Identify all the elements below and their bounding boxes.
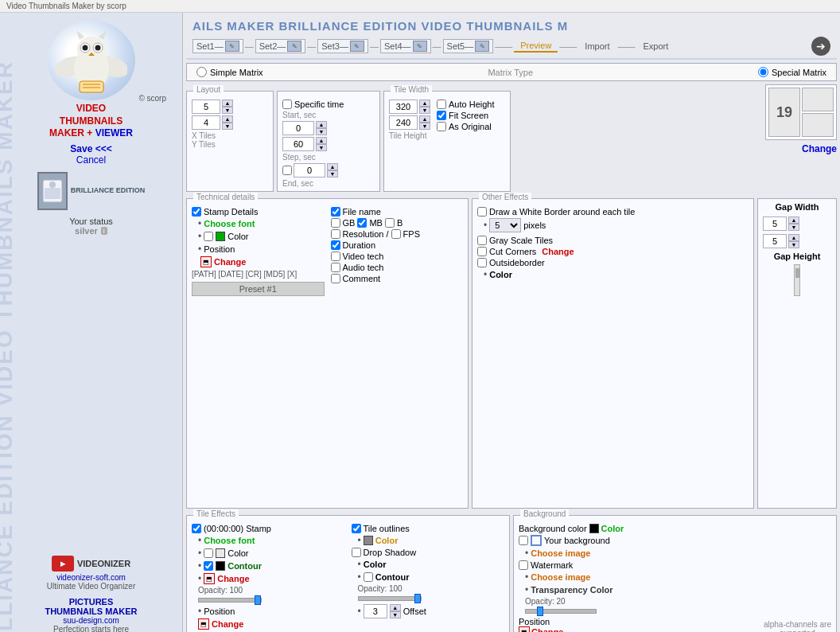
file-name-check[interactable] — [331, 207, 340, 217]
gap-height-arrows[interactable]: ▲ ▼ — [788, 234, 799, 248]
gap-width-down[interactable]: ▼ — [788, 224, 799, 231]
drop-shadow-check[interactable] — [352, 548, 361, 557]
shadow-offset-arrows[interactable]: ▲ ▼ — [390, 604, 401, 618]
tile-color-check[interactable] — [204, 548, 213, 558]
pixels-select[interactable]: 5 — [489, 218, 521, 232]
tile-height-arrows[interactable]: ▲ ▼ — [419, 115, 430, 130]
white-border-check[interactable] — [477, 207, 487, 217]
cut-change-label[interactable]: Change — [542, 247, 574, 256]
fit-screen-check[interactable] — [437, 111, 446, 120]
videonizer-url[interactable]: videonizer-soft.com — [47, 573, 136, 582]
shadow-offset-up[interactable]: ▲ — [390, 604, 401, 611]
tab-set2[interactable]: Set2— ✎ — [255, 39, 306, 53]
arrow-icon[interactable]: ➔ — [811, 37, 830, 56]
gap-height-down[interactable]: ▼ — [788, 241, 799, 248]
x-tiles-up[interactable]: ▲ — [222, 99, 233, 107]
gap-width-up[interactable]: ▲ — [788, 217, 799, 224]
shadow-contour-check[interactable] — [364, 572, 373, 582]
b-check[interactable] — [385, 218, 395, 228]
grayscale-check[interactable] — [477, 236, 487, 245]
tab-export[interactable]: Export — [637, 41, 675, 52]
cut-corners-check[interactable] — [477, 247, 487, 256]
your-bg-check[interactable] — [519, 536, 528, 545]
auto-height-check[interactable] — [437, 99, 446, 109]
tile-contour-check[interactable] — [204, 561, 213, 571]
specific-time-check[interactable] — [282, 99, 292, 109]
special-matrix-radio[interactable] — [758, 67, 768, 77]
step-up[interactable]: ▲ — [316, 137, 327, 144]
change-button[interactable]: Change — [802, 143, 837, 154]
tile-font-link[interactable]: Choose font — [204, 536, 255, 545]
outside-border-check[interactable] — [477, 258, 487, 267]
tile-opacity-slider[interactable] — [198, 598, 262, 603]
simple-matrix-radio[interactable] — [196, 67, 207, 77]
end-up[interactable]: ▲ — [327, 163, 338, 170]
tile-change-link[interactable]: Change — [217, 574, 249, 583]
fps-check[interactable] — [391, 229, 401, 239]
shadow-offset-input[interactable] — [364, 604, 387, 618]
gap-width-input[interactable] — [763, 217, 787, 231]
bg-opacity-slider[interactable] — [525, 609, 597, 614]
start-arrows[interactable]: ▲ ▼ — [316, 121, 327, 135]
start-input[interactable] — [282, 121, 314, 135]
cancel-button[interactable]: Cancel — [76, 154, 106, 166]
as-original-check[interactable] — [437, 122, 446, 131]
tab-set5[interactable]: Set5— ✎ — [443, 39, 494, 53]
duration-check[interactable] — [331, 240, 340, 250]
tab-import[interactable]: Import — [578, 41, 616, 52]
tab-set4[interactable]: Set4— ✎ — [380, 39, 431, 53]
gb-check[interactable] — [331, 218, 340, 228]
tile-width-arrows[interactable]: ▲ ▼ — [419, 99, 430, 114]
step-down[interactable]: ▼ — [316, 144, 327, 151]
wm-choose-link[interactable]: Choose image — [531, 572, 590, 582]
gap-width-arrows[interactable]: ▲ ▼ — [788, 217, 799, 231]
stamp-change-link[interactable]: Change — [214, 257, 246, 267]
gap-height-input[interactable] — [763, 234, 787, 248]
end-input[interactable] — [294, 163, 325, 178]
color-check[interactable] — [204, 232, 213, 241]
tab-preview[interactable]: Preview — [514, 40, 558, 53]
y-tiles-up[interactable]: ▲ — [222, 115, 233, 123]
x-tiles-down[interactable]: ▼ — [222, 107, 233, 114]
tile-height-up[interactable]: ▲ — [419, 115, 430, 123]
tile-height-down[interactable]: ▼ — [419, 123, 430, 130]
resolution-check[interactable] — [331, 229, 340, 239]
end-check[interactable] — [282, 166, 292, 175]
comment-check[interactable] — [331, 274, 340, 283]
shadow-opacity-slider[interactable] — [358, 596, 422, 601]
x-tiles-input[interactable] — [192, 99, 220, 114]
special-matrix-option[interactable]: Special Matrix — [758, 67, 826, 77]
tab-set3[interactable]: Set3— ✎ — [317, 39, 368, 53]
y-tiles-input[interactable] — [192, 115, 220, 130]
step-arrows[interactable]: ▲ ▼ — [316, 137, 327, 151]
x-tiles-arrows[interactable]: ▲ ▼ — [222, 99, 233, 114]
stamp-effect-check[interactable] — [192, 524, 201, 533]
outlines-color-label[interactable]: Color — [375, 536, 399, 545]
start-down[interactable]: ▼ — [316, 128, 327, 135]
y-tiles-down[interactable]: ▼ — [222, 123, 233, 130]
tile-pos-change-link[interactable]: Change — [212, 619, 243, 629]
nav-arrow-btn[interactable]: ➔ — [811, 37, 830, 56]
end-down[interactable]: ▼ — [327, 170, 338, 178]
gap-height-up[interactable]: ▲ — [788, 234, 799, 241]
save-button[interactable]: Save <<< — [70, 143, 111, 154]
tile-width-down[interactable]: ▼ — [419, 107, 430, 114]
choose-font-link[interactable]: Choose font — [204, 219, 255, 228]
bg-choose-link[interactable]: Choose image — [531, 548, 590, 558]
tile-width-up[interactable]: ▲ — [419, 99, 430, 107]
mb-check[interactable] — [357, 218, 367, 228]
tile-width-input[interactable] — [389, 99, 418, 114]
stamp-check[interactable] — [192, 207, 201, 217]
tab-set1[interactable]: Set1— ✎ — [192, 39, 243, 53]
audio-tech-check[interactable] — [331, 263, 340, 272]
tile-height-input[interactable] — [389, 115, 418, 130]
simple-matrix-option[interactable]: Simple Matrix — [196, 67, 263, 77]
bg-pos-change-link[interactable]: Change — [531, 627, 563, 632]
y-tiles-arrows[interactable]: ▲ ▼ — [222, 115, 233, 130]
tile-outlines-check[interactable] — [352, 524, 361, 533]
video-tech-check[interactable] — [331, 252, 340, 261]
bg-color-link[interactable]: Color — [601, 524, 624, 533]
step-input[interactable] — [282, 137, 314, 151]
shadow-offset-down[interactable]: ▼ — [390, 611, 401, 618]
pictures-url[interactable]: suu-design.com — [45, 616, 137, 625]
